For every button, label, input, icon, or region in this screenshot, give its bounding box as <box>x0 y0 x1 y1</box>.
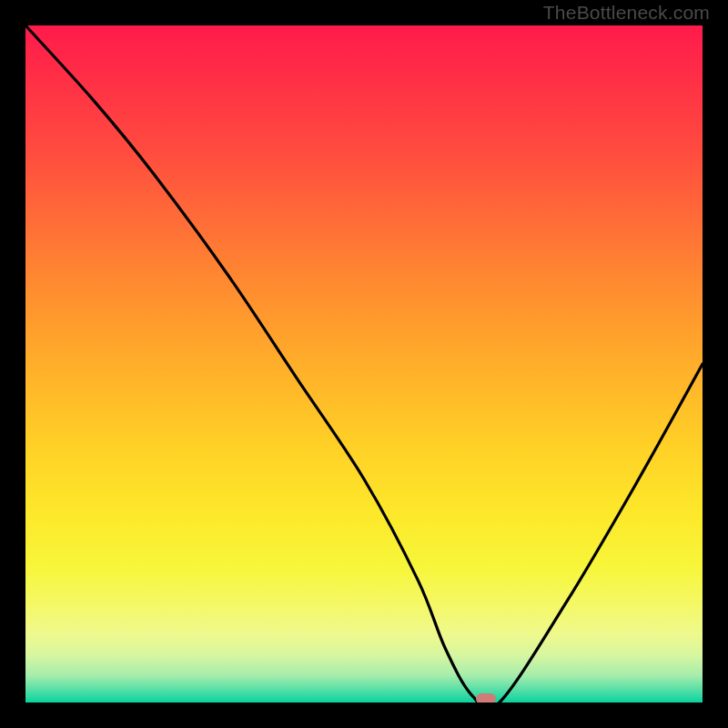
optimal-point-marker <box>476 693 496 703</box>
chart-frame: TheBottleneck.com <box>0 0 728 728</box>
plot-area <box>25 25 703 703</box>
watermark-text: TheBottleneck.com <box>543 2 710 24</box>
bottleneck-curve <box>25 25 703 703</box>
